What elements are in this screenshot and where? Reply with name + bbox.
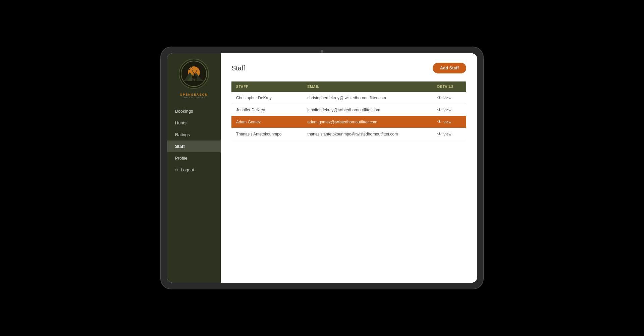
view-link[interactable]: 👁 View — [437, 95, 462, 100]
svg-line-9 — [195, 79, 196, 81]
col-header-details: DETAILS — [433, 81, 466, 92]
staff-details-cell: 👁 View — [433, 104, 466, 116]
view-link[interactable]: 👁 View — [437, 119, 462, 124]
table-row: Thanasis Antetokounmpothanasis.antetokou… — [231, 128, 466, 140]
sidebar-item-profile[interactable]: Profile — [167, 152, 221, 164]
staff-name-cell: Adam Gomez — [231, 116, 303, 128]
tablet-screen: OPENSEASON FAMILY OUTFITTERS Bookings Hu… — [167, 53, 477, 283]
hunts-label: Hunts — [175, 120, 186, 125]
svg-line-8 — [194, 79, 194, 81]
page-header: Staff Add Staff — [231, 63, 466, 73]
profile-label: Profile — [175, 156, 187, 161]
svg-line-10 — [196, 78, 197, 81]
svg-line-7 — [193, 78, 193, 81]
logo-subtitle: FAMILY OUTFITTERS — [182, 97, 205, 99]
page-title: Staff — [231, 64, 245, 72]
staff-email-cell: adam.gomez@twistedhornoutfitter.com — [303, 116, 433, 128]
logout-icon: ⊙ — [175, 168, 178, 172]
eye-icon: 👁 — [437, 95, 442, 100]
staff-label: Staff — [175, 144, 185, 149]
ratings-label: Ratings — [175, 132, 190, 137]
table-row: Christopher DeKreychristopherdekrey@twis… — [231, 92, 466, 104]
bookings-label: Bookings — [175, 109, 193, 114]
table-row: Adam Gomezadam.gomez@twistedhornoutfitte… — [231, 116, 466, 128]
view-link[interactable]: 👁 View — [437, 107, 462, 112]
table-row: Jennifer DeKreyjennifer.dekrey@twistedho… — [231, 104, 466, 116]
col-header-email: EMAIL — [303, 81, 433, 92]
staff-email-cell: thanasis.antetokounmpo@twistedhornoutfit… — [303, 128, 433, 140]
add-staff-button[interactable]: Add Staff — [433, 63, 466, 73]
table-header-row: STAFF EMAIL DETAILS — [231, 81, 466, 92]
col-header-staff: STAFF — [231, 81, 303, 92]
svg-rect-5 — [194, 75, 195, 77]
eye-icon: 👁 — [437, 119, 442, 124]
staff-name-cell: Christopher DeKrey — [231, 92, 303, 104]
tablet-frame: OPENSEASON FAMILY OUTFITTERS Bookings Hu… — [161, 47, 483, 289]
staff-email-cell: christopherdekrey@twistedhornoutfitter.c… — [303, 92, 433, 104]
sidebar: OPENSEASON FAMILY OUTFITTERS Bookings Hu… — [167, 53, 221, 283]
eye-icon: 👁 — [437, 131, 442, 136]
staff-name-cell: Jennifer DeKrey — [231, 104, 303, 116]
sidebar-item-ratings[interactable]: Ratings — [167, 129, 221, 141]
staff-table: STAFF EMAIL DETAILS Christopher DeKreych… — [231, 81, 466, 140]
sidebar-item-staff[interactable]: Staff — [167, 141, 221, 152]
staff-details-cell: 👁 View — [433, 128, 466, 140]
main-content: Staff Add Staff STAFF EMAIL DETAILS Chri… — [221, 53, 477, 283]
sidebar-item-hunts[interactable]: Hunts — [167, 117, 221, 129]
eye-icon: 👁 — [437, 107, 442, 112]
logout-label: Logout — [181, 167, 194, 172]
staff-details-cell: 👁 View — [433, 92, 466, 104]
svg-point-6 — [194, 73, 196, 75]
staff-name-cell: Thanasis Antetokounmpo — [231, 128, 303, 140]
table-body: Christopher DeKreychristopherdekrey@twis… — [231, 92, 466, 140]
nav-menu: Bookings Hunts Ratings Staff Profile ⊙ L… — [167, 105, 221, 176]
logo-circle — [179, 59, 209, 89]
table-header: STAFF EMAIL DETAILS — [231, 81, 466, 92]
sidebar-item-logout[interactable]: ⊙ Logout — [167, 164, 221, 176]
sidebar-item-bookings[interactable]: Bookings — [167, 105, 221, 117]
logo-text: OPENSEASON — [180, 93, 208, 96]
staff-email-cell: jennifer.dekrey@twistedhornoutfitter.com — [303, 104, 433, 116]
view-link[interactable]: 👁 View — [437, 131, 462, 136]
staff-details-cell: 👁 View — [433, 116, 466, 128]
logo-container — [179, 59, 209, 89]
